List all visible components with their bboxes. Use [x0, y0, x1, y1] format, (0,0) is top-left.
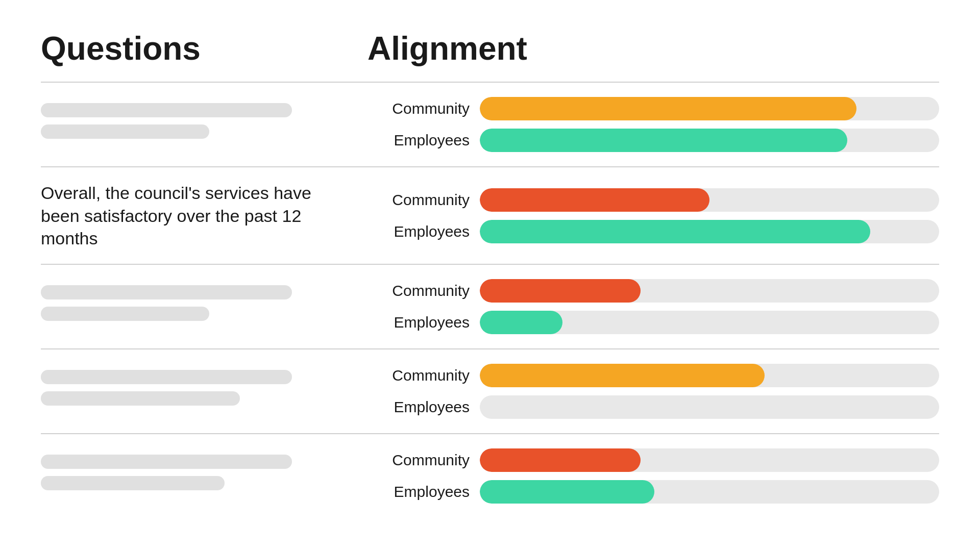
alignment-title: Alignment — [368, 31, 939, 66]
question-col-4 — [41, 370, 368, 413]
table-row: Community Employees — [41, 349, 939, 434]
placeholder-long-1 — [41, 103, 292, 117]
question-col-1 — [41, 103, 368, 146]
table-row: Overall, the council's services have bee… — [41, 167, 939, 265]
bar-track-employees-1 — [480, 129, 939, 152]
bar-fill-employees-5 — [480, 480, 654, 504]
header-row: Questions Alignment — [41, 31, 939, 66]
employees-label-4: Employees — [368, 398, 470, 416]
bar-row-community-4: Community — [368, 364, 939, 387]
bar-row-employees-4: Employees — [368, 395, 939, 419]
alignment-header-col: Alignment — [368, 31, 939, 66]
alignment-col-3: Community Employees — [368, 279, 939, 334]
bar-track-community-1 — [480, 97, 939, 120]
bar-fill-community-2 — [480, 188, 709, 212]
placeholder-short-5 — [41, 476, 225, 490]
bar-row-employees-3: Employees — [368, 311, 939, 334]
employees-label-1: Employees — [368, 132, 470, 149]
placeholder-short-4 — [41, 391, 240, 406]
question-text-2: Overall, the council's services have bee… — [41, 182, 347, 249]
alignment-col-5: Community Employees — [368, 448, 939, 504]
bar-fill-employees-2 — [480, 220, 870, 243]
alignment-col-4: Community Employees — [368, 364, 939, 419]
bar-track-employees-5 — [480, 480, 939, 504]
page: Questions Alignment Community Emp — [0, 0, 980, 551]
bar-track-community-5 — [480, 448, 939, 472]
community-label-3: Community — [368, 282, 470, 299]
bar-row-community-1: Community — [368, 97, 939, 120]
community-label-2: Community — [368, 191, 470, 209]
bar-row-employees-1: Employees — [368, 129, 939, 152]
bar-track-community-4 — [480, 364, 939, 387]
placeholder-long-3 — [41, 285, 292, 299]
bar-row-community-5: Community — [368, 448, 939, 472]
employees-label-2: Employees — [368, 223, 470, 240]
question-col-2: Overall, the council's services have bee… — [41, 182, 368, 249]
community-label-5: Community — [368, 452, 470, 469]
community-label-4: Community — [368, 367, 470, 384]
bar-fill-community-1 — [480, 97, 856, 120]
questions-title: Questions — [41, 31, 368, 66]
bar-track-community-3 — [480, 279, 939, 303]
bar-fill-community-5 — [480, 448, 641, 472]
bar-track-community-2 — [480, 188, 939, 212]
alignment-col-1: Community Employees — [368, 97, 939, 152]
placeholder-short-1 — [41, 124, 209, 139]
table-row: Community Employees — [41, 265, 939, 349]
bar-row-community-3: Community — [368, 279, 939, 303]
table-row: Community Employees — [41, 434, 939, 518]
employees-label-3: Employees — [368, 314, 470, 331]
bar-track-employees-2 — [480, 220, 939, 243]
alignment-col-2: Community Employees — [368, 188, 939, 243]
bar-fill-employees-3 — [480, 311, 562, 334]
table-row: Community Employees — [41, 83, 939, 167]
employees-label-5: Employees — [368, 483, 470, 500]
community-label-1: Community — [368, 100, 470, 117]
question-col-3 — [41, 285, 368, 328]
bar-row-employees-5: Employees — [368, 480, 939, 504]
bar-fill-community-4 — [480, 364, 765, 387]
questions-header-col: Questions — [41, 31, 368, 66]
placeholder-short-3 — [41, 307, 209, 321]
bar-row-employees-2: Employees — [368, 220, 939, 243]
placeholder-long-4 — [41, 370, 292, 384]
bar-track-employees-3 — [480, 311, 939, 334]
bar-track-employees-4 — [480, 395, 939, 419]
bar-fill-community-3 — [480, 279, 641, 303]
rows-container: Community Employees Overall, the council… — [41, 83, 939, 518]
bar-fill-employees-1 — [480, 129, 847, 152]
placeholder-long-5 — [41, 455, 292, 469]
question-col-5 — [41, 455, 368, 497]
bar-row-community-2: Community — [368, 188, 939, 212]
